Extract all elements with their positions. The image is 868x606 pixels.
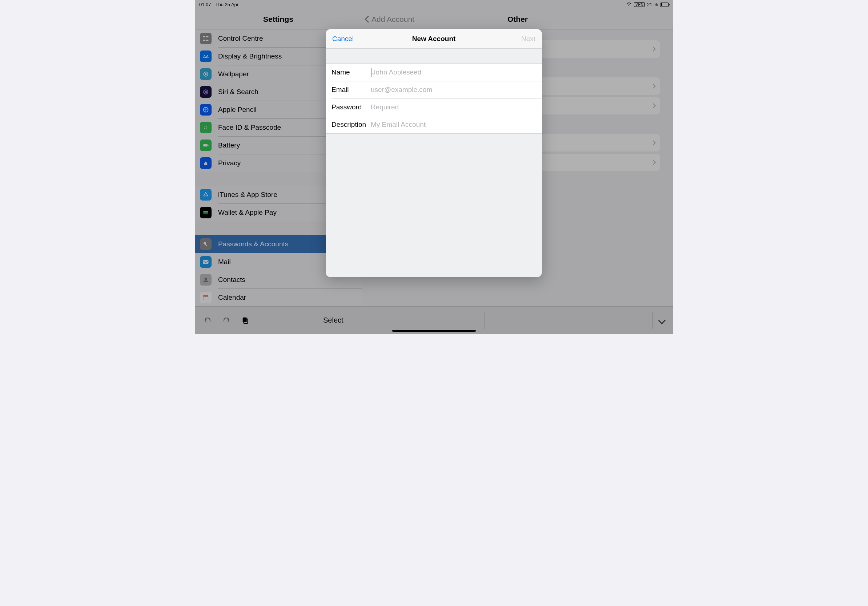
password-field[interactable]: [371, 103, 536, 111]
next-button[interactable]: Next: [521, 29, 535, 48]
password-label: Password: [332, 103, 371, 111]
email-field[interactable]: [371, 86, 536, 94]
email-label: Email: [332, 86, 371, 94]
email-row: Email: [326, 81, 542, 99]
name-row: Name: [326, 63, 542, 81]
modal-title: New Account: [412, 35, 456, 43]
cancel-button[interactable]: Cancel: [332, 29, 354, 48]
account-form: Name Email Password Description: [326, 63, 542, 134]
password-row: Password: [326, 99, 542, 116]
new-account-modal: Cancel New Account Next Name Email Passw…: [326, 29, 542, 277]
name-field[interactable]: [372, 68, 536, 76]
description-row: Description: [326, 116, 542, 133]
text-cursor: [371, 68, 372, 77]
cancel-label: Cancel: [332, 35, 354, 43]
next-label: Next: [521, 35, 535, 43]
description-label: Description: [332, 121, 371, 128]
modal-header: Cancel New Account Next: [326, 29, 542, 49]
name-label: Name: [332, 68, 371, 76]
description-field[interactable]: [371, 121, 536, 128]
